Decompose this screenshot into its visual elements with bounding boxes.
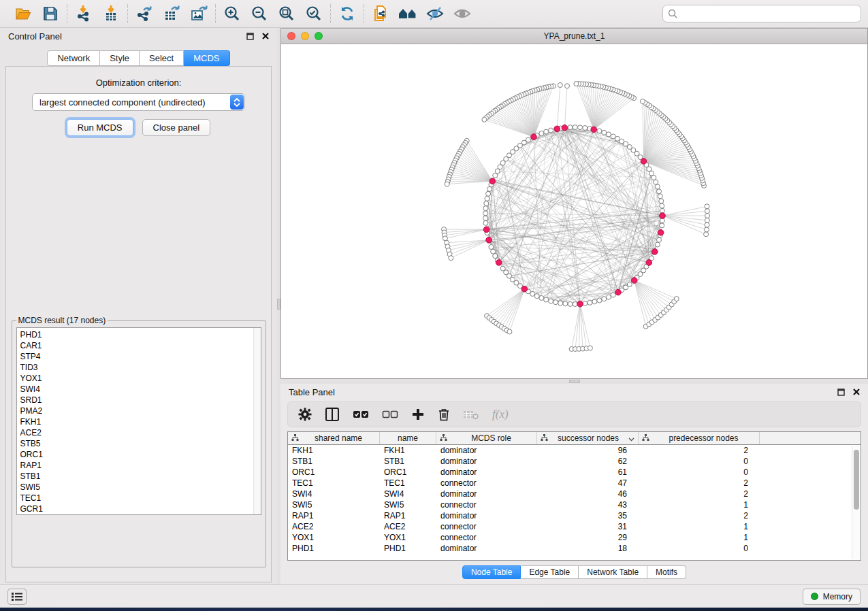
add-column-icon[interactable] <box>411 408 425 421</box>
tab-network-table[interactable]: Network Table <box>579 565 647 579</box>
cell: PHD1 <box>288 544 380 553</box>
table-row[interactable]: ORC1ORC1dominator610 <box>288 467 861 478</box>
list-item[interactable]: SWI5 <box>20 482 251 493</box>
table-row[interactable]: YOX1YOX1connector291 <box>288 532 861 543</box>
cell: 0 <box>639 457 760 466</box>
refresh-icon[interactable] <box>337 3 357 24</box>
close-window-icon[interactable] <box>287 32 295 40</box>
list-item[interactable]: FKH1 <box>20 416 251 427</box>
table-row[interactable]: STB1STB1dominator620 <box>288 456 861 467</box>
zoom-in-icon[interactable] <box>222 3 242 24</box>
table-row[interactable]: TEC1TEC1connector472 <box>288 478 861 489</box>
list-item[interactable]: GCR1 <box>20 503 251 514</box>
column-settings-icon[interactable] <box>298 408 312 421</box>
deselect-all-icon[interactable] <box>382 408 398 420</box>
memory-button[interactable]: Memory <box>803 589 861 605</box>
tab-motifs[interactable]: Motifs <box>647 565 686 579</box>
scrollbar-thumb[interactable] <box>854 450 859 510</box>
export-table-icon[interactable] <box>161 3 182 24</box>
optimization-dropdown[interactable]: largest connected component (undirected) <box>32 93 245 111</box>
select-all-icon[interactable] <box>353 408 369 420</box>
optimization-value: largest connected component (undirected) <box>33 97 230 108</box>
close-panel-button[interactable]: Close panel <box>142 119 211 136</box>
list-item[interactable]: SRD1 <box>20 395 251 406</box>
list-item[interactable]: ACE2 <box>20 427 251 438</box>
splitter-handle[interactable] <box>277 299 280 310</box>
horizontal-splitter[interactable] <box>280 379 868 384</box>
tab-node-table[interactable]: Node Table <box>462 565 521 579</box>
mcds-result-list[interactable]: PHD1CAR1STP4TID3YOX1SWI4SRD1PMA2FKH1ACE2… <box>16 327 261 515</box>
open-session-icon[interactable] <box>13 3 33 24</box>
task-history-button[interactable] <box>7 589 27 605</box>
node-table: shared namenameMCDS rolesuccessor nodesp… <box>287 431 861 561</box>
minimize-window-icon[interactable] <box>301 32 309 40</box>
table-row[interactable]: SWI4SWI4dominator462 <box>288 489 861 499</box>
close-panel-icon[interactable] <box>262 33 269 39</box>
tab-edge-table[interactable]: Edge Table <box>521 565 579 579</box>
maximize-window-icon[interactable] <box>315 32 323 40</box>
list-item[interactable]: TID3 <box>20 362 251 373</box>
column-header-predecessor-nodes[interactable]: predecessor nodes <box>639 432 760 444</box>
cell: ORC1 <box>380 467 436 477</box>
list-item[interactable]: SWI4 <box>20 384 251 395</box>
list-item[interactable]: CAR1 <box>20 340 251 351</box>
save-session-icon[interactable] <box>40 3 61 24</box>
import-network-icon[interactable] <box>74 3 94 24</box>
list-item[interactable]: YOX1 <box>20 373 251 384</box>
clone-network-icon[interactable] <box>370 3 391 24</box>
column-header-successor-nodes[interactable]: successor nodes <box>537 432 639 444</box>
table-row[interactable]: SWI5SWI5connector431 <box>288 499 861 510</box>
list-item[interactable]: TEC1 <box>20 493 251 503</box>
table-row[interactable]: PHD1PHD1dominator180 <box>288 543 861 554</box>
table-scrollbar[interactable] <box>852 446 861 559</box>
control-panel-tabs: NetworkStyleSelectMCDS <box>0 50 277 66</box>
show-all-icon[interactable] <box>452 3 472 24</box>
splitter-handle[interactable] <box>569 380 580 383</box>
list-item[interactable]: STB1 <box>20 471 251 482</box>
list-item[interactable]: PHD1 <box>20 329 251 340</box>
run-mcds-button[interactable]: Run MCDS <box>67 119 133 136</box>
table-row[interactable]: ACE2ACE2connector311 <box>288 521 861 532</box>
main-toolbar <box>0 0 868 28</box>
tab-select[interactable]: Select <box>140 50 184 66</box>
column-header-shared-name[interactable]: shared name <box>288 432 380 444</box>
table-row[interactable]: FKH1FKH1dominator962 <box>288 445 861 456</box>
cell: 2 <box>639 489 760 499</box>
first-neighbors-icon[interactable] <box>398 3 418 24</box>
export-image-icon[interactable] <box>189 3 209 24</box>
split-view-icon[interactable] <box>325 408 340 421</box>
hide-selected-icon[interactable] <box>425 3 445 24</box>
list-item[interactable]: ORC1 <box>20 449 251 460</box>
float-panel-icon[interactable] <box>837 389 845 396</box>
network-canvas[interactable] <box>281 44 867 378</box>
zoom-out-icon[interactable] <box>249 3 270 24</box>
list-scrollbar[interactable] <box>253 328 261 514</box>
float-panel-icon[interactable] <box>246 33 254 40</box>
tab-mcds[interactable]: MCDS <box>184 50 229 66</box>
network-graph[interactable] <box>281 44 867 378</box>
cell: SWI4 <box>288 489 380 499</box>
zoom-selected-icon[interactable] <box>304 3 324 24</box>
delete-column-icon[interactable] <box>438 408 450 421</box>
zoom-fit-icon[interactable] <box>276 3 297 24</box>
vertical-splitter[interactable] <box>277 28 280 584</box>
close-panel-icon[interactable] <box>853 389 860 395</box>
column-header-name[interactable]: name <box>380 432 436 444</box>
import-group <box>67 3 127 24</box>
import-table-icon[interactable] <box>101 3 121 24</box>
tab-style[interactable]: Style <box>100 50 140 66</box>
search-input[interactable] <box>681 8 856 19</box>
table-row[interactable]: RAP1RAP1dominator352 <box>288 510 861 521</box>
tab-network[interactable]: Network <box>47 50 100 66</box>
column-header-MCDS-role[interactable]: MCDS role <box>436 432 537 444</box>
list-item[interactable]: STB5 <box>20 438 251 449</box>
export-network-icon[interactable] <box>134 3 155 24</box>
list-item[interactable]: STP4 <box>20 351 251 362</box>
network-window-titlebar[interactable]: YPA_prune.txt_1 <box>281 29 867 44</box>
cell: dominator <box>436 446 537 455</box>
cell: dominator <box>436 467 537 477</box>
list-item[interactable]: PMA2 <box>20 406 251 416</box>
cell: 2 <box>639 478 760 488</box>
list-item[interactable]: RAP1 <box>20 460 251 471</box>
cell: 1 <box>639 500 760 510</box>
